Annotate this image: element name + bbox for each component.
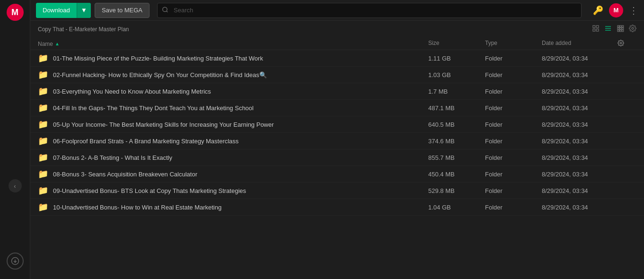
main-content: Download ▼ Save to MEGA 🔑 M ⋮ Copy That … <box>30 0 644 279</box>
file-size: 640.5 MB <box>428 121 485 128</box>
svg-rect-4 <box>596 26 599 28</box>
file-type: Folder <box>485 88 542 95</box>
col-name[interactable]: Name ▲ <box>38 40 428 48</box>
file-date: 8/29/2024, 03:34 <box>542 55 618 62</box>
file-size: 855.7 MB <box>428 154 485 161</box>
table-row[interactable]: 📁 08-Bonus 3- Seans Acquisition Breakeve… <box>30 166 644 183</box>
svg-rect-13 <box>618 28 619 29</box>
col-date[interactable]: Date added <box>542 40 618 48</box>
svg-line-2 <box>167 11 168 12</box>
list-view-icon[interactable] <box>604 25 612 34</box>
table-row[interactable]: 📁 04-Fill In the Gaps- The Things They D… <box>30 100 644 116</box>
file-name-text: 09-Unadvertised Bonus- BTS Look at Copy … <box>53 187 246 194</box>
download-dropdown[interactable]: ▼ <box>77 3 91 18</box>
file-type: Folder <box>485 55 542 62</box>
download-button[interactable]: Download ▼ <box>36 3 91 18</box>
file-type: Folder <box>485 138 542 145</box>
col-type[interactable]: Type <box>485 40 542 48</box>
file-name-text: 01-The Missing Piece of the Puzzle- Buil… <box>53 55 263 62</box>
transfer-icon[interactable] <box>7 253 24 270</box>
file-name-cell: 📁 04-Fill In the Gaps- The Things They D… <box>38 103 428 113</box>
save-to-mega-button[interactable]: Save to MEGA <box>95 3 150 18</box>
file-date: 8/29/2024, 03:34 <box>542 105 618 112</box>
folder-icon: 📁 <box>38 70 48 80</box>
download-main[interactable]: Download <box>36 3 77 18</box>
file-name-text: 06-Foolproof Brand Strats - A Brand Mark… <box>53 138 238 145</box>
svg-rect-6 <box>596 29 599 31</box>
folder-icon: 📁 <box>38 53 48 63</box>
file-size: 1.7 MB <box>428 88 485 95</box>
mega-logo[interactable]: M <box>7 4 24 21</box>
file-name-cell: 📁 10-Unadvertised Bonus- How to Win at R… <box>38 202 428 212</box>
file-name-text: 05-Up Your Income- The Best Marketing Sk… <box>53 121 274 128</box>
file-name-cell: 📁 07-Bonus 2- A-B Testing - What Is It E… <box>38 152 428 163</box>
svg-rect-18 <box>622 30 623 31</box>
table-row[interactable]: 📁 01-The Missing Piece of the Puzzle- Bu… <box>30 50 644 67</box>
table-row[interactable]: 📁 09-Unadvertised Bonus- BTS Look at Cop… <box>30 183 644 199</box>
folder-icon: 📁 <box>38 152 48 163</box>
file-name-text: 02-Funnel Hacking- How to Ethically Spy … <box>53 71 267 78</box>
breadcrumb: Copy That - E-Marketer Master Plan <box>30 21 644 38</box>
file-date: 8/29/2024, 03:34 <box>542 154 618 161</box>
svg-point-1 <box>163 7 167 11</box>
breadcrumb-text: Copy That - E-Marketer Master Plan <box>38 26 129 33</box>
folder-icon: 📁 <box>38 136 48 146</box>
file-size: 487.1 MB <box>428 105 485 112</box>
topbar: Download ▼ Save to MEGA 🔑 M ⋮ <box>30 0 644 21</box>
file-type: Folder <box>485 121 542 128</box>
more-icon[interactable]: ⋮ <box>629 5 638 16</box>
user-avatar[interactable]: M <box>609 3 623 17</box>
folder-icon: 📁 <box>38 103 48 113</box>
file-type: Folder <box>485 187 542 194</box>
svg-rect-3 <box>593 26 595 28</box>
file-type: Folder <box>485 105 542 112</box>
svg-point-19 <box>632 27 634 29</box>
file-name-text: 03-Everything You Need to Know About Mar… <box>53 88 211 95</box>
table-row[interactable]: 📁 05-Up Your Income- The Best Marketing … <box>30 116 644 133</box>
svg-rect-12 <box>622 26 623 27</box>
file-type: Folder <box>485 171 542 178</box>
sidebar: M ‹ <box>0 0 30 279</box>
svg-rect-5 <box>593 29 595 31</box>
search-input[interactable] <box>157 3 582 18</box>
file-name-cell: 📁 03-Everything You Need to Know About M… <box>38 86 428 96</box>
folder-icon: 📁 <box>38 169 48 179</box>
file-name-text: 04-Fill In the Gaps- The Things They Don… <box>53 105 254 112</box>
file-date: 8/29/2024, 03:34 <box>542 204 618 211</box>
file-name-cell: 📁 02-Funnel Hacking- How to Ethically Sp… <box>38 70 428 80</box>
grid-view-icon[interactable] <box>617 25 624 34</box>
file-size: 1.04 GB <box>428 204 485 211</box>
table-body: 📁 01-The Missing Piece of the Puzzle- Bu… <box>30 50 644 216</box>
folder-icon: 📁 <box>38 119 48 130</box>
file-size: 374.6 MB <box>428 138 485 145</box>
topbar-right: 🔑 M ⋮ <box>593 3 638 17</box>
col-size[interactable]: Size <box>428 40 485 48</box>
sidebar-toggle[interactable]: ‹ <box>9 179 22 192</box>
svg-rect-16 <box>618 30 619 31</box>
table-row[interactable]: 📁 07-Bonus 2- A-B Testing - What Is It E… <box>30 149 644 166</box>
sort-arrow-icon: ▲ <box>55 41 60 46</box>
table-row[interactable]: 📁 02-Funnel Hacking- How to Ethically Sp… <box>30 67 644 83</box>
file-type: Folder <box>485 204 542 211</box>
file-type: Folder <box>485 154 542 161</box>
col-settings[interactable] <box>618 40 636 48</box>
file-name-cell: 📁 09-Unadvertised Bonus- BTS Look at Cop… <box>38 185 428 196</box>
file-name-cell: 📁 01-The Missing Piece of the Puzzle- Bu… <box>38 53 428 63</box>
svg-rect-11 <box>620 26 621 27</box>
folder-icon: 📁 <box>38 86 48 96</box>
folder-icon: 📁 <box>38 202 48 212</box>
search-icon <box>162 6 168 14</box>
thumbnail-view-icon[interactable] <box>592 25 600 34</box>
file-size: 450.4 MB <box>428 171 485 178</box>
file-size: 1.03 GB <box>428 71 485 78</box>
table-row[interactable]: 📁 10-Unadvertised Bonus- How to Win at R… <box>30 199 644 216</box>
file-name-cell: 📁 06-Foolproof Brand Strats - A Brand Ma… <box>38 136 428 146</box>
table-row[interactable]: 📁 06-Foolproof Brand Strats - A Brand Ma… <box>30 133 644 149</box>
settings-icon[interactable] <box>629 25 636 34</box>
file-date: 8/29/2024, 03:34 <box>542 187 618 194</box>
table-row[interactable]: 📁 03-Everything You Need to Know About M… <box>30 83 644 100</box>
file-name-text: 10-Unadvertised Bonus- How to Win at Rea… <box>53 204 221 211</box>
file-date: 8/29/2024, 03:34 <box>542 138 618 145</box>
svg-rect-15 <box>622 28 623 29</box>
svg-rect-10 <box>618 26 619 27</box>
